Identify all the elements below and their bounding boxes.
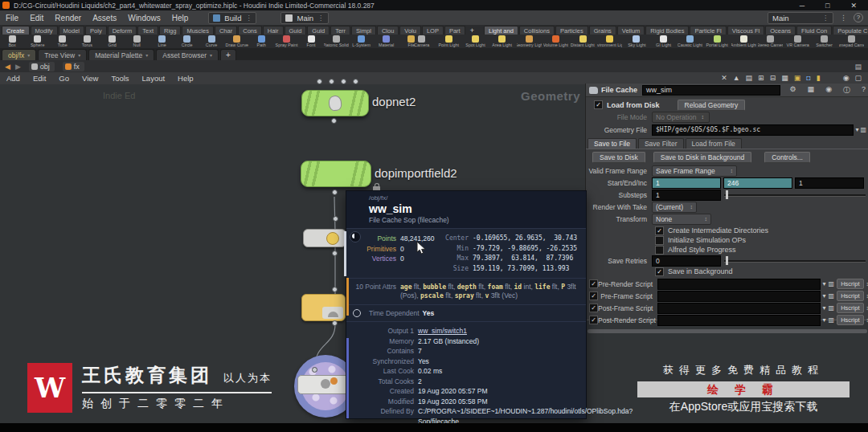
grid-icon[interactable]: ▦: [781, 75, 788, 82]
reload-geometry-button[interactable]: Reload Geometry: [678, 100, 746, 111]
node-input-dot[interactable]: [353, 79, 358, 84]
menu-help[interactable]: Help: [166, 12, 194, 24]
help-icon[interactable]: ?: [862, 85, 866, 96]
close-button[interactable]: ✕: [850, 2, 857, 10]
shelf-tab-guid[interactable]: Guid: [307, 26, 330, 35]
tree-icon[interactable]: ▲: [733, 75, 740, 82]
node-output-dot[interactable]: [331, 118, 337, 124]
shelf-tab-collisions[interactable]: Collisions: [519, 26, 555, 35]
script-language-button[interactable]: Hscript: [837, 315, 863, 325]
pane-tab-material-palette[interactable]: Material Palette▾: [88, 49, 154, 60]
minimize-button[interactable]: ─: [800, 2, 805, 10]
shelf-tool-area-light[interactable]: Area Light: [489, 35, 514, 48]
shelf-tab-char[interactable]: Char: [215, 26, 237, 35]
shelf-tool-spray-paint[interactable]: Spray Paint: [274, 35, 299, 48]
breadcrumb-obj[interactable]: obj: [29, 62, 55, 71]
shelf-tab-vellum[interactable]: Vellum: [617, 26, 645, 35]
wire-dot[interactable]: [332, 287, 338, 292]
shelf-tab-guid[interactable]: Guid: [285, 26, 307, 35]
popup-pin-icon[interactable]: [350, 231, 361, 242]
image-icon[interactable]: ◘: [806, 75, 810, 82]
menu-edit[interactable]: Edit: [24, 12, 49, 24]
geometry-file-field[interactable]: $HIP/geo/$OS/$OS.$F.bgeo.sc: [652, 124, 854, 136]
pane-tab-obj-fx[interactable]: obj/fx▾: [2, 49, 36, 60]
shelf-tool-tube[interactable]: Tube: [50, 35, 75, 48]
jump-icon[interactable]: ▦: [808, 85, 815, 96]
shelf-tool-portal-light[interactable]: Portal Light: [705, 35, 730, 48]
expand-icon[interactable]: ▾: [855, 126, 858, 133]
save-to-disk-background-button[interactable]: Save to Disk in Background: [653, 152, 751, 163]
shelf-tool-curve[interactable]: Curve: [199, 35, 224, 48]
node-output-dot[interactable]: [332, 320, 338, 326]
pane-tab-tree-view[interactable]: Tree View▾: [38, 49, 87, 60]
shelf-tool-caustic-light[interactable]: Caustic Light: [678, 35, 702, 48]
split-icon[interactable]: ⊟: [770, 75, 776, 82]
shelf-tab-lop[interactable]: LOP: [422, 26, 444, 35]
shelf-tool-environment-light[interactable]: Environment Light: [597, 35, 622, 48]
shelf-tool-draw-curve[interactable]: Draw Curve: [224, 35, 249, 48]
shelf-tab-create[interactable]: Create: [2, 26, 30, 35]
shelf-tool-sky-light[interactable]: Sky Light: [624, 35, 649, 48]
shelf-tool-geometry-light[interactable]: Geometry Light: [517, 35, 542, 48]
param-tab-save-filter[interactable]: Save Filter: [638, 138, 684, 149]
shelf-tool-circle[interactable]: Circle: [174, 35, 199, 48]
pane-options-icon[interactable]: ▤: [854, 63, 868, 71]
node-name-field[interactable]: ww_sim: [642, 85, 780, 96]
script-language-button[interactable]: Hscript: [837, 303, 863, 313]
shelf-tool-distant-light[interactable]: Distant Light: [571, 35, 596, 48]
shelf-tool-sphere[interactable]: Sphere: [25, 35, 50, 48]
shelf-tool-font[interactable]: Font: [299, 35, 324, 48]
back-icon[interactable]: ◀: [5, 63, 10, 71]
shelf-tab-text[interactable]: Text: [137, 26, 158, 35]
menu-dots-icon[interactable]: ⋮: [840, 14, 847, 22]
menu-render[interactable]: Render: [49, 12, 87, 24]
layout-icon[interactable]: ⊞: [758, 75, 764, 82]
help-icon[interactable]: ?: [854, 13, 863, 22]
shelf-tab-rigid-bodies[interactable]: Rigid Bodies: [645, 26, 689, 35]
shelf-tab-simpl[interactable]: Simpl: [351, 26, 376, 35]
node-input-dot[interactable]: [341, 79, 346, 84]
menu-assets[interactable]: Assets: [87, 12, 122, 24]
shelf-tool-platonic-solids[interactable]: Platonic Solids: [324, 35, 349, 48]
shelf-tab-clou[interactable]: Clou: [377, 26, 399, 35]
pane-tab-asset-browser[interactable]: Asset Browser▾: [156, 49, 219, 60]
network-menu-layout[interactable]: Layout: [136, 73, 172, 84]
script-language-button[interactable]: Hscript: [837, 291, 863, 301]
node-input-dot[interactable]: [317, 79, 322, 84]
shelf-tab-grains[interactable]: Grains: [589, 26, 616, 35]
network-menu-go[interactable]: Go: [52, 73, 76, 84]
shelf-tool-material[interactable]: Material: [374, 35, 399, 48]
create-intermediate-directories-checkbox[interactable]: ✓: [655, 226, 664, 235]
shelf-tab-populate-c[interactable]: Populate C: [833, 26, 868, 35]
network-menu-tools[interactable]: Tools: [104, 73, 135, 84]
maximize-button[interactable]: □: [825, 2, 829, 10]
shelf-tab-poly[interactable]: Poly: [85, 26, 107, 35]
search-icon[interactable]: ◉: [843, 75, 850, 82]
shelf-tab-oceans[interactable]: Oceans: [765, 26, 796, 35]
parameter-scrollbar[interactable]: [588, 329, 867, 333]
shelf-tab-light-and[interactable]: Light and: [484, 26, 518, 35]
render-with-take-dropdown[interactable]: (Current)↕: [652, 202, 697, 213]
forward-icon[interactable]: ▶: [15, 63, 21, 71]
pre-render-script-field[interactable]: [657, 279, 821, 290]
info-icon[interactable]: ⓘ: [843, 85, 850, 96]
expand-icon[interactable]: ▾: [823, 316, 826, 324]
shelf-tool-vr-camera[interactable]: VR Camera: [785, 35, 810, 48]
folder-icon[interactable]: ▮: [817, 75, 821, 82]
shelf-tab-part[interactable]: Part: [444, 26, 465, 35]
shelf-tab-item[interactable]: +: [466, 26, 478, 35]
shelf-tool-path[interactable]: Path: [249, 35, 274, 48]
post-frame-script-checkbox[interactable]: ✓: [589, 304, 598, 312]
script-language-button[interactable]: Hscript: [837, 279, 863, 289]
valid-frame-range-dropdown[interactable]: Save Frame Range↕: [652, 165, 737, 177]
file-chooser-icon[interactable]: ▥: [860, 126, 866, 133]
shelf-tool-spot-light[interactable]: Spot Light: [463, 35, 488, 48]
expand-icon[interactable]: ▾: [823, 304, 826, 312]
script-chooser-icon[interactable]: ▥: [829, 304, 835, 312]
menu-windows[interactable]: Windows: [122, 12, 166, 24]
breadcrumb-fx[interactable]: fx: [63, 62, 84, 71]
shelf-tool-l-system[interactable]: L-System: [349, 35, 374, 48]
shelf-tool-gamepad-camera[interactable]: Gamepad Camera: [839, 35, 864, 48]
wire-dot[interactable]: [312, 367, 317, 373]
scene-selector[interactable]: Main⋮: [280, 12, 329, 24]
